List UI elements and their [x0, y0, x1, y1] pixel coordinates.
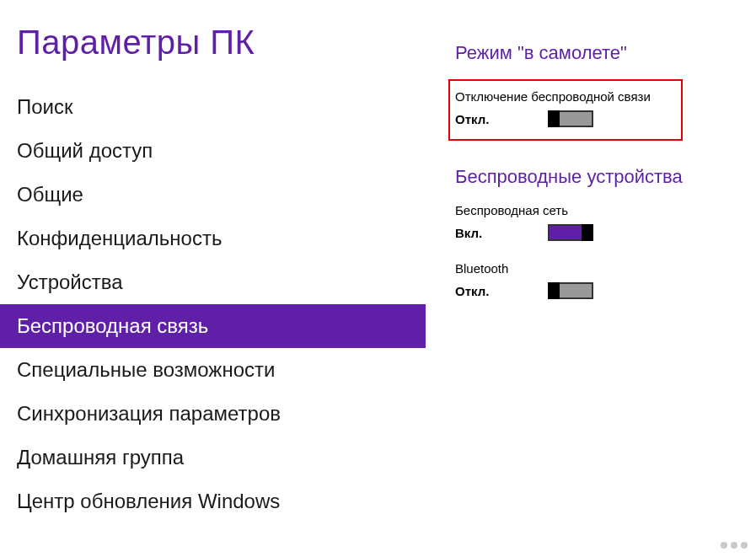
toggle-thumb — [548, 282, 560, 299]
bluetooth-label: Bluetooth — [455, 261, 756, 276]
sidebar-item-ease-of-access[interactable]: Специальные возможности — [0, 348, 426, 392]
wireless-network-label: Беспроводная сеть — [455, 203, 756, 217]
sidebar-item-windows-update[interactable]: Центр обновления Windows — [0, 479, 426, 523]
wireless-network-state: Вкл. — [455, 226, 497, 240]
sidebar-item-wireless[interactable]: Беспроводная связь — [0, 304, 426, 348]
sidebar: Параметры ПК Поиск Общий доступ Общие Ко… — [0, 0, 426, 557]
airplane-mode-toggle-row: Откл. — [455, 110, 676, 127]
page-title: Параметры ПК — [0, 24, 426, 85]
airplane-mode-description: Отключение беспроводной связи — [455, 89, 676, 104]
bluetooth-toggle-row: Откл. — [455, 282, 756, 299]
sidebar-item-devices[interactable]: Устройства — [0, 260, 426, 304]
bluetooth-state: Откл. — [455, 284, 497, 298]
sidebar-item-privacy[interactable]: Конфиденциальность — [0, 217, 426, 260]
airplane-mode-heading: Режим "в самолете" — [455, 42, 756, 64]
more-options-icon[interactable] — [721, 542, 748, 549]
airplane-mode-toggle[interactable] — [548, 110, 593, 127]
sidebar-item-search[interactable]: Поиск — [0, 85, 426, 129]
wireless-devices-heading: Беспроводные устройства — [455, 166, 756, 188]
toggle-thumb — [582, 224, 593, 241]
content-panel: Режим "в самолете" Отключение беспроводн… — [426, 0, 756, 557]
toggle-thumb — [548, 110, 560, 127]
highlighted-callout: Отключение беспроводной связи Откл. — [448, 79, 683, 141]
bluetooth-item: Bluetooth Откл. — [455, 261, 756, 299]
sidebar-item-share[interactable]: Общий доступ — [0, 129, 426, 173]
wireless-network-toggle[interactable] — [548, 224, 593, 241]
bluetooth-toggle[interactable] — [548, 282, 593, 299]
airplane-mode-state: Откл. — [455, 112, 497, 126]
wireless-network-toggle-row: Вкл. — [455, 224, 756, 241]
sidebar-item-homegroup[interactable]: Домашняя группа — [0, 436, 426, 479]
wireless-network-item: Беспроводная сеть Вкл. — [455, 203, 756, 241]
sidebar-item-general[interactable]: Общие — [0, 173, 426, 217]
sidebar-item-sync[interactable]: Синхронизация параметров — [0, 392, 426, 436]
